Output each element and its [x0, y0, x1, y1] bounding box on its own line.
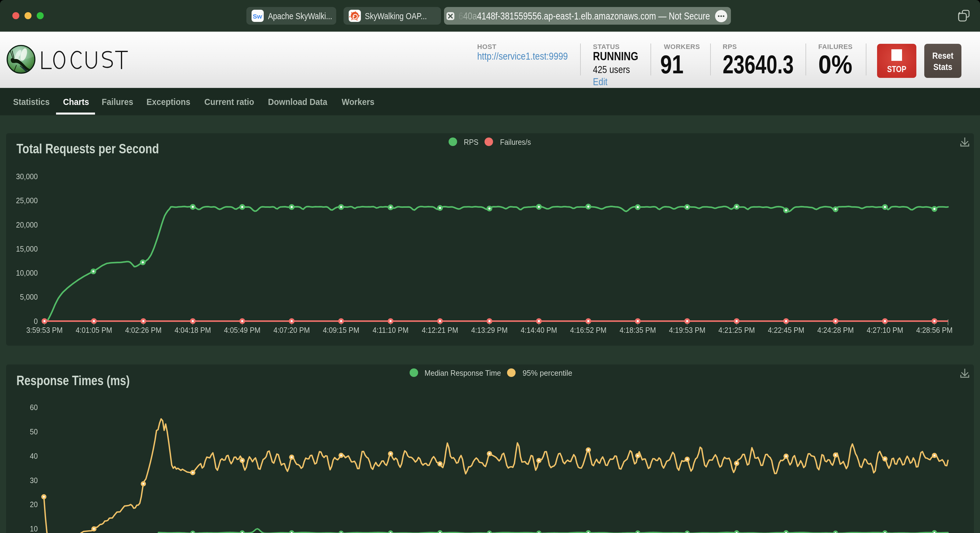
svg-text:20,000: 20,000 — [16, 220, 38, 229]
svg-text:Median Response Time: Median Response Time — [425, 368, 501, 377]
svg-text:4:05:49 PM: 4:05:49 PM — [224, 326, 261, 334]
svg-text:50: 50 — [30, 427, 38, 436]
svg-text:HOST: HOST — [477, 43, 496, 51]
svg-text:Download Data: Download Data — [268, 97, 328, 107]
svg-text:http://service1.test:9999: http://service1.test:9999 — [477, 51, 568, 62]
svg-text:0: 0 — [34, 317, 38, 325]
svg-text:30,000: 30,000 — [16, 172, 38, 181]
svg-text:4:22:45 PM: 4:22:45 PM — [768, 326, 804, 334]
svg-text:Response Times (ms): Response Times (ms) — [16, 373, 130, 388]
svg-text:4:27:10 PM: 4:27:10 PM — [867, 326, 903, 334]
svg-text:Failures/s: Failures/s — [500, 138, 531, 146]
svg-text:Edit: Edit — [593, 76, 608, 87]
svg-text:25,000: 25,000 — [16, 196, 38, 205]
svg-text:4:12:21 PM: 4:12:21 PM — [422, 326, 458, 334]
svg-text:Workers: Workers — [342, 97, 374, 107]
svg-text:Exceptions: Exceptions — [146, 97, 190, 107]
svg-text:4:09:15 PM: 4:09:15 PM — [323, 326, 360, 334]
svg-text:15,000: 15,000 — [16, 244, 38, 253]
svg-text:23640.3: 23640.3 — [723, 49, 794, 79]
svg-text:Failures: Failures — [102, 97, 133, 107]
svg-text:RPS: RPS — [723, 43, 737, 51]
svg-text:0%: 0% — [818, 49, 853, 79]
svg-text:Charts: Charts — [63, 97, 89, 107]
svg-text:3:59:53 PM: 3:59:53 PM — [26, 326, 63, 334]
svg-text:640a4148f-381559556.ap-east-1.: 640a4148f-381559556.ap-east-1.elb.amazon… — [459, 10, 710, 21]
svg-text:Sw: Sw — [253, 13, 262, 20]
svg-text:4:28:56 PM: 4:28:56 PM — [916, 326, 953, 334]
svg-text:SkyWalking OAP...: SkyWalking OAP... — [365, 11, 427, 21]
svg-text:4:04:18 PM: 4:04:18 PM — [175, 326, 211, 334]
svg-text:4:01:05 PM: 4:01:05 PM — [76, 326, 112, 334]
svg-text:4:19:53 PM: 4:19:53 PM — [669, 326, 706, 334]
svg-text:Statistics: Statistics — [13, 97, 49, 107]
svg-text:STOP: STOP — [887, 64, 906, 74]
svg-text:91: 91 — [660, 50, 684, 79]
svg-text:Stats: Stats — [934, 62, 952, 72]
svg-text:STATUS: STATUS — [593, 43, 620, 51]
svg-text:RPS: RPS — [464, 138, 479, 146]
svg-text:4:21:25 PM: 4:21:25 PM — [718, 326, 755, 334]
svg-text:60: 60 — [30, 403, 38, 412]
svg-text:4:24:28 PM: 4:24:28 PM — [818, 326, 854, 334]
svg-text:WORKERS: WORKERS — [664, 43, 700, 51]
svg-text:4:14:40 PM: 4:14:40 PM — [521, 326, 557, 334]
svg-text:10: 10 — [30, 525, 38, 533]
svg-text:20: 20 — [30, 500, 38, 509]
svg-text:425 users: 425 users — [593, 64, 630, 75]
svg-text:RUNNING: RUNNING — [593, 49, 638, 62]
svg-text:5,000: 5,000 — [20, 293, 38, 301]
svg-text:Reset: Reset — [932, 51, 953, 60]
svg-text:4:02:26 PM: 4:02:26 PM — [125, 326, 162, 334]
svg-text:30: 30 — [30, 476, 38, 484]
svg-text:40: 40 — [30, 452, 38, 460]
svg-text:FAILURES: FAILURES — [818, 43, 853, 51]
svg-text:4:13:29 PM: 4:13:29 PM — [471, 326, 508, 334]
svg-text:95% percentile: 95% percentile — [523, 368, 572, 377]
svg-text:Total Requests per Second: Total Requests per Second — [16, 141, 159, 156]
svg-text:Apache SkyWalki...: Apache SkyWalki... — [268, 11, 332, 21]
svg-text:Current ratio: Current ratio — [204, 97, 254, 107]
svg-text:4:07:20 PM: 4:07:20 PM — [274, 326, 310, 334]
svg-text:10,000: 10,000 — [16, 269, 38, 277]
svg-text:4:18:35 PM: 4:18:35 PM — [619, 326, 656, 334]
svg-text:4:16:52 PM: 4:16:52 PM — [570, 326, 607, 334]
svg-text:4:11:10 PM: 4:11:10 PM — [373, 326, 409, 334]
